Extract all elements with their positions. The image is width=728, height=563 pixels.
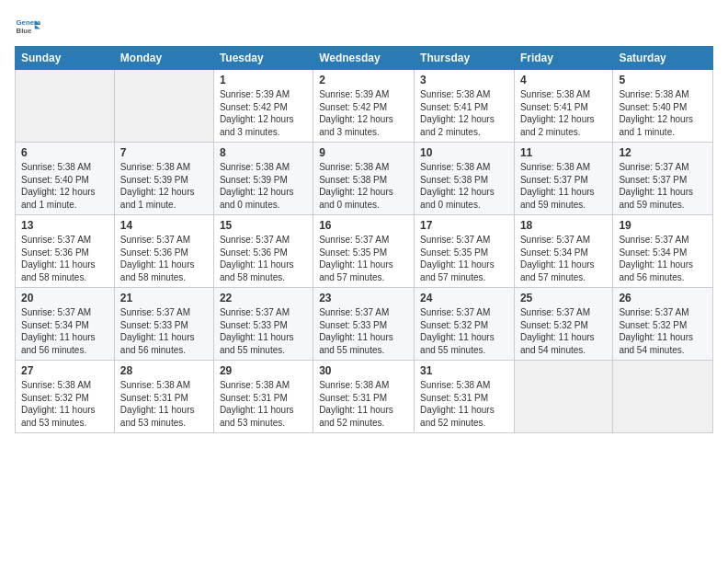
day-number: 13 <box>21 219 108 232</box>
day-number: 2 <box>319 74 408 86</box>
calendar-cell: 29Sunrise: 5:38 AM Sunset: 5:31 PM Dayli… <box>213 361 313 433</box>
day-info: Sunrise: 5:38 AM Sunset: 5:41 PM Dayligh… <box>520 88 607 138</box>
day-number: 17 <box>420 219 508 232</box>
calendar-cell: 7Sunrise: 5:38 AM Sunset: 5:39 PM Daylig… <box>114 143 213 215</box>
day-info: Sunrise: 5:37 AM Sunset: 5:37 PM Dayligh… <box>619 161 707 211</box>
day-number: 19 <box>619 219 707 232</box>
day-info: Sunrise: 5:39 AM Sunset: 5:42 PM Dayligh… <box>220 88 307 138</box>
calendar-cell: 25Sunrise: 5:37 AM Sunset: 5:32 PM Dayli… <box>514 288 612 361</box>
day-info: Sunrise: 5:38 AM Sunset: 5:40 PM Dayligh… <box>21 161 108 211</box>
header-wednesday: Wednesday <box>313 47 415 70</box>
day-info: Sunrise: 5:37 AM Sunset: 5:35 PM Dayligh… <box>420 234 508 283</box>
calendar-cell: 14Sunrise: 5:37 AM Sunset: 5:36 PM Dayli… <box>114 215 213 288</box>
calendar-cell: 8Sunrise: 5:38 AM Sunset: 5:39 PM Daylig… <box>213 143 313 215</box>
calendar-cell: 19Sunrise: 5:37 AM Sunset: 5:34 PM Dayli… <box>613 215 713 288</box>
calendar-cell: 3Sunrise: 5:38 AM Sunset: 5:41 PM Daylig… <box>415 70 515 143</box>
day-info: Sunrise: 5:37 AM Sunset: 5:32 PM Dayligh… <box>520 306 607 356</box>
day-info: Sunrise: 5:38 AM Sunset: 5:37 PM Dayligh… <box>520 161 607 211</box>
day-number: 18 <box>520 219 607 232</box>
day-number: 7 <box>120 146 208 159</box>
day-number: 8 <box>220 146 307 159</box>
day-number: 14 <box>120 219 208 232</box>
day-info: Sunrise: 5:38 AM Sunset: 5:39 PM Dayligh… <box>120 161 208 211</box>
calendar-cell <box>613 361 713 433</box>
calendar-header-row: SundayMondayTuesdayWednesdayThursdayFrid… <box>16 47 713 70</box>
calendar-cell: 24Sunrise: 5:37 AM Sunset: 5:32 PM Dayli… <box>415 288 515 361</box>
calendar-week-1: 1Sunrise: 5:39 AM Sunset: 5:42 PM Daylig… <box>16 70 713 143</box>
calendar-cell: 22Sunrise: 5:37 AM Sunset: 5:33 PM Dayli… <box>213 288 313 361</box>
day-number: 21 <box>120 292 208 304</box>
day-number: 11 <box>520 146 607 159</box>
day-info: Sunrise: 5:38 AM Sunset: 5:32 PM Dayligh… <box>21 379 108 429</box>
day-number: 12 <box>619 146 707 159</box>
day-info: Sunrise: 5:37 AM Sunset: 5:33 PM Dayligh… <box>220 306 307 356</box>
day-info: Sunrise: 5:38 AM Sunset: 5:39 PM Dayligh… <box>220 161 307 211</box>
calendar-cell: 5Sunrise: 5:38 AM Sunset: 5:40 PM Daylig… <box>613 70 713 143</box>
calendar-cell: 17Sunrise: 5:37 AM Sunset: 5:35 PM Dayli… <box>415 215 515 288</box>
logo-icon: General Blue <box>15 15 40 40</box>
day-info: Sunrise: 5:37 AM Sunset: 5:36 PM Dayligh… <box>120 234 208 283</box>
header-friday: Friday <box>514 47 612 70</box>
calendar-cell: 26Sunrise: 5:37 AM Sunset: 5:32 PM Dayli… <box>613 288 713 361</box>
calendar-cell: 2Sunrise: 5:39 AM Sunset: 5:42 PM Daylig… <box>313 70 415 143</box>
day-number: 10 <box>420 146 508 159</box>
day-number: 1 <box>220 74 307 86</box>
header-thursday: Thursday <box>415 47 515 70</box>
day-info: Sunrise: 5:37 AM Sunset: 5:34 PM Dayligh… <box>520 234 607 283</box>
day-number: 25 <box>520 292 607 304</box>
calendar-cell: 9Sunrise: 5:38 AM Sunset: 5:38 PM Daylig… <box>313 143 415 215</box>
day-number: 22 <box>220 292 307 304</box>
calendar-cell: 11Sunrise: 5:38 AM Sunset: 5:37 PM Dayli… <box>514 143 612 215</box>
header-sunday: Sunday <box>16 47 115 70</box>
calendar-table: SundayMondayTuesdayWednesdayThursdayFrid… <box>15 46 713 433</box>
calendar-cell: 31Sunrise: 5:38 AM Sunset: 5:31 PM Dayli… <box>415 361 515 433</box>
calendar-cell <box>114 70 213 143</box>
day-info: Sunrise: 5:37 AM Sunset: 5:32 PM Dayligh… <box>619 306 707 356</box>
day-number: 16 <box>319 219 408 232</box>
day-info: Sunrise: 5:39 AM Sunset: 5:42 PM Dayligh… <box>319 88 408 138</box>
calendar-cell <box>514 361 612 433</box>
day-number: 20 <box>21 292 108 304</box>
day-info: Sunrise: 5:38 AM Sunset: 5:38 PM Dayligh… <box>420 161 508 211</box>
calendar-cell: 13Sunrise: 5:37 AM Sunset: 5:36 PM Dayli… <box>16 215 115 288</box>
calendar-cell: 21Sunrise: 5:37 AM Sunset: 5:33 PM Dayli… <box>114 288 213 361</box>
day-number: 31 <box>420 364 508 377</box>
header-tuesday: Tuesday <box>213 47 313 70</box>
logo: General Blue <box>15 15 44 40</box>
day-number: 29 <box>220 364 307 377</box>
day-info: Sunrise: 5:37 AM Sunset: 5:36 PM Dayligh… <box>220 234 307 283</box>
calendar-cell: 4Sunrise: 5:38 AM Sunset: 5:41 PM Daylig… <box>514 70 612 143</box>
day-number: 4 <box>520 74 607 86</box>
day-number: 26 <box>619 292 707 304</box>
day-number: 15 <box>220 219 307 232</box>
day-number: 9 <box>319 146 408 159</box>
day-info: Sunrise: 5:38 AM Sunset: 5:31 PM Dayligh… <box>420 379 508 429</box>
calendar-cell: 1Sunrise: 5:39 AM Sunset: 5:42 PM Daylig… <box>213 70 313 143</box>
day-info: Sunrise: 5:37 AM Sunset: 5:34 PM Dayligh… <box>619 234 707 283</box>
calendar-cell: 23Sunrise: 5:37 AM Sunset: 5:33 PM Dayli… <box>313 288 415 361</box>
svg-text:Blue: Blue <box>17 27 33 35</box>
day-info: Sunrise: 5:38 AM Sunset: 5:40 PM Dayligh… <box>619 88 707 138</box>
calendar-cell: 27Sunrise: 5:38 AM Sunset: 5:32 PM Dayli… <box>16 361 115 433</box>
day-number: 27 <box>21 364 108 377</box>
calendar-cell: 28Sunrise: 5:38 AM Sunset: 5:31 PM Dayli… <box>114 361 213 433</box>
calendar-cell: 30Sunrise: 5:38 AM Sunset: 5:31 PM Dayli… <box>313 361 415 433</box>
calendar-cell: 6Sunrise: 5:38 AM Sunset: 5:40 PM Daylig… <box>16 143 115 215</box>
calendar-week-5: 27Sunrise: 5:38 AM Sunset: 5:32 PM Dayli… <box>16 361 713 433</box>
day-info: Sunrise: 5:37 AM Sunset: 5:33 PM Dayligh… <box>120 306 208 356</box>
calendar-cell: 15Sunrise: 5:37 AM Sunset: 5:36 PM Dayli… <box>213 215 313 288</box>
calendar-cell: 10Sunrise: 5:38 AM Sunset: 5:38 PM Dayli… <box>415 143 515 215</box>
day-number: 24 <box>420 292 508 304</box>
calendar-cell: 18Sunrise: 5:37 AM Sunset: 5:34 PM Dayli… <box>514 215 612 288</box>
day-info: Sunrise: 5:38 AM Sunset: 5:41 PM Dayligh… <box>420 88 508 138</box>
page-header: General Blue <box>15 15 713 40</box>
day-info: Sunrise: 5:37 AM Sunset: 5:34 PM Dayligh… <box>21 306 108 356</box>
day-number: 28 <box>120 364 208 377</box>
day-number: 6 <box>21 146 108 159</box>
day-number: 5 <box>619 74 707 86</box>
day-info: Sunrise: 5:37 AM Sunset: 5:36 PM Dayligh… <box>21 234 108 283</box>
calendar-cell: 12Sunrise: 5:37 AM Sunset: 5:37 PM Dayli… <box>613 143 713 215</box>
day-info: Sunrise: 5:38 AM Sunset: 5:31 PM Dayligh… <box>120 379 208 429</box>
header-saturday: Saturday <box>613 47 713 70</box>
day-info: Sunrise: 5:37 AM Sunset: 5:32 PM Dayligh… <box>420 306 508 356</box>
